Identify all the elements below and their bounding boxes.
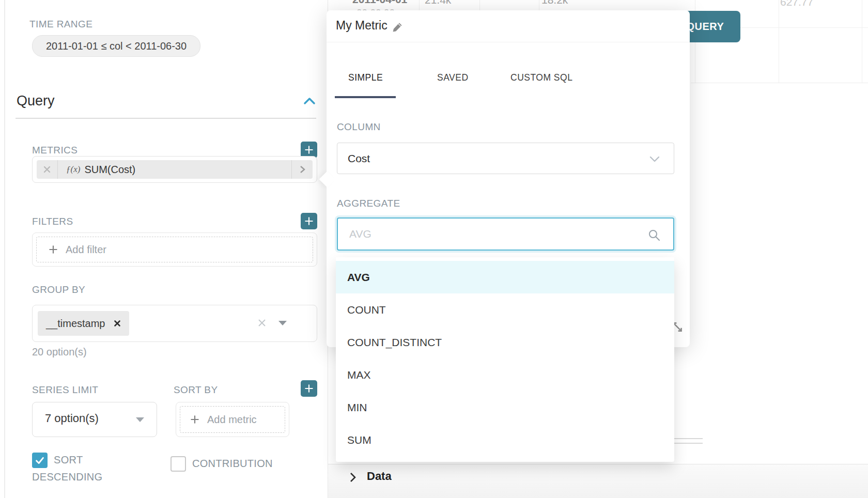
table-cell-value: 21.4k <box>425 0 451 6</box>
plus-icon <box>304 145 314 155</box>
series-limit-value: 7 option(s) <box>45 412 99 425</box>
chevron-right-icon <box>298 164 306 175</box>
remove-metric-button[interactable] <box>37 160 58 179</box>
time-range-value[interactable]: 2011-01-01 ≤ col < 2011-06-30 <box>32 35 200 57</box>
plus-icon <box>48 244 58 255</box>
group-by-tag[interactable]: __timestamp <box>38 311 129 336</box>
add-sort-metric-plus-button[interactable] <box>301 380 317 397</box>
data-panel-title: Data <box>367 470 392 483</box>
chevron-down-icon <box>649 155 660 163</box>
option-count-distinct[interactable]: COUNT_DISTINCT <box>336 326 674 359</box>
sort-descending-label-line2: DESCENDING <box>32 471 102 483</box>
search-icon <box>647 228 661 242</box>
popover-arrow <box>319 171 335 187</box>
checkbox-check-icon <box>34 455 45 466</box>
clear-icon[interactable] <box>257 318 267 328</box>
x-icon <box>43 165 51 174</box>
popover-header-divider <box>327 42 690 42</box>
metric-name: SUM(Cost) <box>84 164 135 176</box>
group-by-select[interactable]: __timestamp <box>32 305 317 342</box>
add-filter-button[interactable]: Add filter <box>36 237 313 262</box>
metric-popover-title: My Metric <box>336 19 388 33</box>
column-select[interactable]: Cost <box>337 143 674 174</box>
caret-down-icon[interactable] <box>278 321 287 325</box>
metric-control: ƒ(x) SUM(Cost) <box>32 156 317 183</box>
sort-descending-label-line1: SORT <box>54 454 83 466</box>
x-icon[interactable] <box>114 320 121 327</box>
grid-line <box>539 0 539 10</box>
explore-view: 2011-04-01 00:00:00 21.4k 18.2k 627.77 R… <box>0 0 868 498</box>
table-cell-value: 18.2k <box>541 0 568 6</box>
left-edge-line <box>4 0 5 498</box>
column-select-value: Cost <box>348 152 370 165</box>
sort-by-control: Add metric <box>176 402 289 437</box>
contribution-label: CONTRIBUTION <box>192 458 273 470</box>
group-by-label: GROUP BY <box>32 284 85 295</box>
sort-descending-checkbox[interactable] <box>32 453 48 468</box>
option-count[interactable]: COUNT <box>336 293 674 326</box>
tab-saved[interactable]: SAVED <box>437 72 469 83</box>
metric-label: ƒ(x) SUM(Cost) <box>58 160 291 179</box>
sort-by-label: SORT BY <box>174 384 218 396</box>
fx-prefix: ƒ(x) <box>66 164 80 175</box>
filters-label: FILTERS <box>32 216 73 227</box>
group-by-tag-label: __timestamp <box>46 318 105 330</box>
aggregate-combobox[interactable] <box>337 217 674 251</box>
time-range-label: TIME RANGE <box>29 19 92 30</box>
add-filter-label: Add filter <box>66 244 106 256</box>
plus-icon <box>304 216 314 226</box>
table-cell-date: 2011-04-01 <box>352 0 407 6</box>
add-sort-metric-label: Add metric <box>207 414 257 426</box>
option-max[interactable]: MAX <box>336 359 674 391</box>
tab-simple[interactable]: SIMPLE <box>348 72 383 83</box>
column-label: COLUMN <box>337 121 381 133</box>
pencil-icon[interactable] <box>392 22 403 33</box>
option-sum[interactable]: SUM <box>336 424 674 456</box>
caret-down-icon <box>136 417 144 422</box>
series-limit-select[interactable]: 7 option(s) <box>32 402 157 437</box>
filters-control: Add filter <box>32 232 317 267</box>
metric-pill[interactable]: ƒ(x) SUM(Cost) <box>37 160 313 179</box>
grid-line <box>419 0 420 10</box>
table-cell-value-right: 627.77 <box>780 0 813 8</box>
add-sort-metric-button[interactable]: Add metric <box>180 406 285 433</box>
series-limit-label: SERIES LIMIT <box>32 384 98 396</box>
contribution-checkbox[interactable] <box>171 456 186 472</box>
edit-metric-button[interactable] <box>291 160 313 179</box>
option-avg[interactable]: AVG <box>336 261 674 293</box>
grid-line <box>779 0 779 83</box>
grid-line <box>862 0 862 83</box>
plus-icon <box>190 414 200 425</box>
section-divider <box>16 118 316 119</box>
grid-line <box>691 83 868 83</box>
chevron-right-icon <box>349 472 357 483</box>
resize-handle[interactable] <box>673 438 703 439</box>
metrics-label: METRICS <box>32 145 78 156</box>
aggregate-input[interactable] <box>348 227 673 241</box>
group-by-options-hint: 20 option(s) <box>32 346 87 358</box>
chevron-up-icon[interactable] <box>303 96 316 105</box>
add-filter-plus-button[interactable] <box>301 213 317 229</box>
option-min[interactable]: MIN <box>336 391 674 424</box>
grid-line <box>479 0 480 10</box>
tab-custom-sql[interactable]: CUSTOM SQL <box>510 72 572 83</box>
aggregate-label: AGGREGATE <box>337 198 400 209</box>
aggregate-option-list: AVG COUNT COUNT_DISTINCT MAX MIN SUM <box>336 257 674 462</box>
resize-handle[interactable] <box>673 443 703 444</box>
plus-icon <box>304 383 314 394</box>
data-panel-header[interactable]: Data <box>328 464 868 498</box>
query-section-title: Query <box>17 93 55 109</box>
active-tab-indicator <box>335 96 396 98</box>
